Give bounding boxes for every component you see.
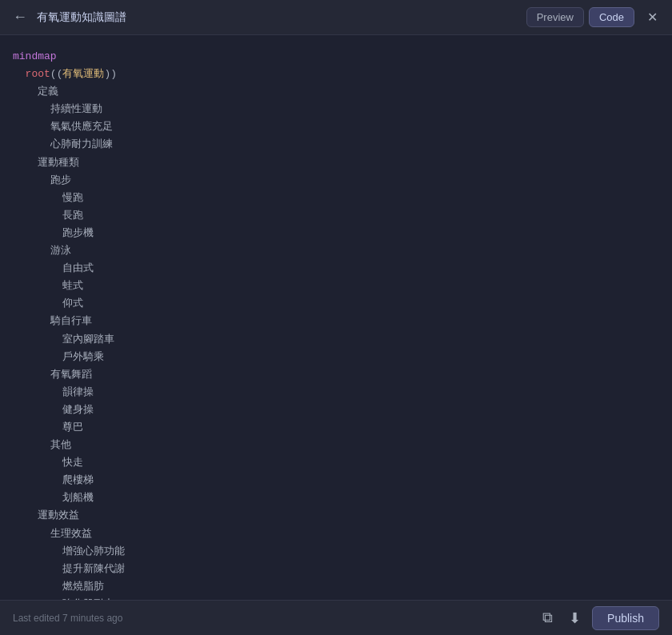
preview-button[interactable]: Preview bbox=[526, 7, 584, 27]
last-edited-status: Last edited 7 minutes ago bbox=[13, 613, 538, 624]
code-line: 戶外騎乘 bbox=[13, 349, 672, 366]
header: ← 有氧運動知識圖譜 Preview Code ✕ bbox=[0, 0, 672, 35]
code-line: 心肺耐力訓練 bbox=[13, 136, 672, 154]
code-line: 尊巴 bbox=[13, 419, 672, 437]
code-line: 跑步機 bbox=[13, 225, 672, 242]
code-line: mindmap bbox=[13, 48, 672, 66]
code-line: 慢跑 bbox=[13, 190, 672, 207]
code-line: 長跑 bbox=[13, 207, 672, 225]
code-line: 生理效益 bbox=[13, 525, 672, 543]
back-icon: ← bbox=[13, 9, 27, 25]
download-icon: ⬇ bbox=[569, 610, 581, 626]
code-line: 自由式 bbox=[13, 260, 672, 278]
code-line: 快走 bbox=[13, 454, 672, 472]
code-line: 運動效益 bbox=[13, 507, 672, 525]
code-line: 划船機 bbox=[13, 489, 672, 507]
code-line: 提升新陳代謝 bbox=[13, 561, 672, 578]
code-line: 跑步 bbox=[13, 172, 672, 190]
copy-button[interactable]: ⧉ bbox=[538, 606, 558, 629]
publish-button[interactable]: Publish bbox=[592, 606, 659, 630]
code-line: 增強心肺功能 bbox=[13, 543, 672, 561]
code-line: 氧氣供應充足 bbox=[13, 118, 672, 136]
code-line: 爬樓梯 bbox=[13, 472, 672, 489]
code-line: 其他 bbox=[13, 437, 672, 454]
code-line: 健身操 bbox=[13, 401, 672, 419]
copy-icon: ⧉ bbox=[542, 609, 553, 625]
footer: Last edited 7 minutes ago ⧉ ⬇ Publish bbox=[0, 600, 672, 635]
code-line: root((有氧運動)) bbox=[13, 66, 672, 83]
code-line: 游泳 bbox=[13, 242, 672, 260]
code-line: 定義 bbox=[13, 83, 672, 101]
footer-actions: ⧉ ⬇ Publish bbox=[538, 606, 659, 630]
code-line: 蛙式 bbox=[13, 278, 672, 295]
code-line: 燃燒脂肪 bbox=[13, 578, 672, 596]
download-button[interactable]: ⬇ bbox=[564, 606, 586, 630]
code-line: 室內腳踏車 bbox=[13, 331, 672, 349]
code-line: 仰式 bbox=[13, 295, 672, 313]
code-line: 持續性運動 bbox=[13, 101, 672, 118]
header-actions: Preview Code ✕ bbox=[526, 6, 662, 28]
code-line: 有氧舞蹈 bbox=[13, 366, 672, 384]
code-line: 韻律操 bbox=[13, 384, 672, 401]
editor-area: mindmap root((有氧運動)) 定義 持續性運動 氧氣供應充足 心肺耐… bbox=[0, 35, 672, 600]
code-block: mindmap root((有氧運動)) 定義 持續性運動 氧氣供應充足 心肺耐… bbox=[13, 48, 672, 600]
code-line: 騎自行車 bbox=[13, 313, 672, 330]
code-line: 強化肌耐力 bbox=[13, 596, 672, 600]
back-button[interactable]: ← bbox=[10, 6, 30, 29]
code-line: 運動種類 bbox=[13, 154, 672, 172]
close-button[interactable]: ✕ bbox=[642, 6, 662, 28]
page-title: 有氧運動知識圖譜 bbox=[37, 10, 526, 25]
code-button[interactable]: Code bbox=[589, 7, 634, 27]
